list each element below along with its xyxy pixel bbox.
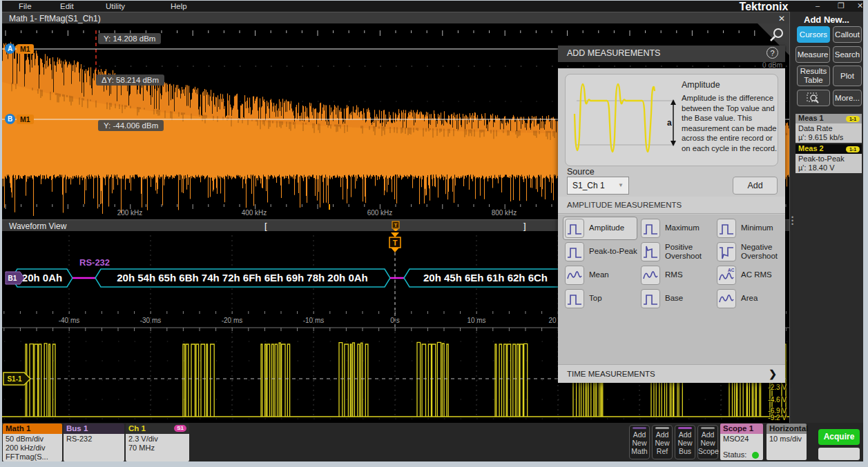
- horizontal-badge[interactable]: Horizontal 10 ms/div: [766, 424, 807, 460]
- measurement-grid: AmplitudeMaximumMinimumPeak-to-PeakPosit…: [558, 215, 785, 364]
- pulse-icon: [642, 219, 659, 237]
- measurement-label: Maximum: [665, 223, 717, 232]
- dialog-titlebar[interactable]: ADD MEASUREMENTS ?: [558, 46, 785, 62]
- bus-badge[interactable]: B1: [6, 272, 24, 284]
- preview-description: Amplitude is the difference between the …: [682, 93, 778, 154]
- sine-icon: [566, 266, 584, 284]
- amplitude-preview-graphic: a: [571, 76, 682, 166]
- bus1-badge[interactable]: Bus 1 RS-232: [64, 424, 124, 461]
- horizontal-name: Horizontal: [766, 424, 807, 434]
- decode-frame-2: 20h 54h 65h 6Bh 74h 72h 6Fh 6Eh 69h 78h …: [117, 272, 367, 284]
- measurement-button-base[interactable]: [641, 289, 660, 308]
- scope1-badge[interactable]: Scope 1 MSO24 Status:: [720, 424, 763, 460]
- sidebar-button-search[interactable]: Search: [833, 46, 862, 63]
- zoom-select-icon: [807, 92, 820, 103]
- svg-text:T: T: [394, 222, 398, 228]
- help-icon[interactable]: ?: [766, 47, 778, 59]
- add-new-scope-button[interactable]: AddNewScope: [697, 425, 718, 459]
- add-new-bus-button[interactable]: AddNewBus: [675, 425, 695, 459]
- add-new-ref-button[interactable]: AddNewRef: [652, 425, 673, 459]
- voltage-label-1: -2.3 V: [759, 384, 787, 391]
- measurement-button-rms[interactable]: [641, 266, 660, 285]
- meas2-value: µ': 18.40 V: [798, 163, 859, 172]
- sidebar-button-more[interactable]: More...: [833, 90, 862, 106]
- sidebar-button-zoom[interactable]: [797, 90, 830, 106]
- cursor-a-circle: A: [5, 43, 15, 54]
- fft-axis-600khz: 600 kHz: [367, 209, 393, 217]
- measurement-label: Negative Overshoot: [741, 243, 793, 261]
- measurement-button-mean[interactable]: [565, 266, 584, 285]
- pulse-icon: [566, 219, 584, 237]
- sidebar-button-measure[interactable]: Measure: [795, 46, 830, 63]
- measurement-button-ac-rms[interactable]: AC: [717, 266, 736, 285]
- measurement-preview: a Amplitude Amplitude is the difference …: [565, 74, 778, 166]
- cursor-a-badge[interactable]: A M1: [5, 43, 34, 54]
- sidebar-button-callout[interactable]: Callout: [833, 26, 862, 43]
- scope1-model: MSO24: [723, 435, 760, 444]
- close-icon[interactable]: ✕: [857, 1, 863, 10]
- time-axis-m30: -30 ms: [140, 317, 162, 324]
- measurement-label: AC RMS: [741, 270, 793, 279]
- menu-edit[interactable]: Edit: [60, 2, 74, 10]
- measurement-label: Area: [741, 294, 793, 303]
- measurement-label: Amplitude: [589, 223, 642, 232]
- ch1-s1-pill: S1: [174, 425, 186, 432]
- zoom-bracket-right[interactable]: ]: [523, 221, 526, 231]
- meas1-name: Meas 1: [798, 114, 824, 122]
- sidebar-button-results-table[interactable]: Results Table: [797, 66, 830, 86]
- cursor-b-readout: Y: -44.006 dBm: [98, 120, 164, 131]
- dropdown-caret-icon: ▼: [618, 177, 624, 194]
- source-label: Source: [567, 167, 595, 177]
- cursor-delta-readout: ΔY: 58.214 dBm: [96, 74, 164, 86]
- measurement-button-minimum[interactable]: [717, 219, 736, 238]
- ch1-badge[interactable]: Ch 1 S1 2.3 V/div 70 MHz: [126, 424, 189, 461]
- measurement-button-negative-overshoot[interactable]: [717, 242, 736, 261]
- sidebar-button-plot[interactable]: Plot: [833, 66, 862, 86]
- math1-func: FFTmag(S...: [6, 453, 59, 461]
- trigger-marker[interactable]: T: [389, 232, 401, 328]
- fft-view-title: Math 1- FftMag(S1_Ch1): [9, 14, 101, 23]
- voltage-label-2: -4.6 V: [759, 396, 787, 404]
- menu-file[interactable]: File: [19, 2, 32, 10]
- fft-axis-800khz: 800 kHz: [492, 209, 517, 217]
- acquire-button[interactable]: Acquire: [818, 429, 860, 445]
- add-new-math-button[interactable]: AddNewMath: [629, 425, 650, 459]
- measurement-button-maximum[interactable]: [641, 219, 660, 238]
- measurement-label: Positive Overshoot: [665, 243, 717, 261]
- meas1-pill: 1-1: [846, 116, 860, 122]
- time-section-header[interactable]: TIME MEASUREMENTS ❯: [558, 364, 785, 383]
- measurement-button-amplitude[interactable]: [565, 219, 584, 238]
- zoom-bracket-left[interactable]: [: [264, 221, 267, 231]
- add-measurement-button[interactable]: Add: [733, 177, 778, 195]
- ch1-name: Ch 1 S1: [126, 424, 189, 434]
- time-axis-10: 10 ms: [467, 317, 485, 324]
- restore-icon[interactable]: ❐: [838, 1, 845, 10]
- fft-view-close-icon[interactable]: ✕: [778, 14, 785, 23]
- fft-axis-200khz: 200 kHz: [117, 209, 143, 217]
- measurement-button-positive-overshoot[interactable]: [641, 242, 660, 261]
- measurement-button-top[interactable]: [565, 289, 584, 308]
- preview-name: Amplitude: [682, 80, 720, 90]
- meas1-card[interactable]: Meas 1 1-1 Data Rate µ': 9.615 kb/s: [795, 114, 862, 143]
- measurement-label: RMS: [665, 270, 717, 279]
- menu-help[interactable]: Help: [171, 2, 187, 10]
- source-value: S1_Ch 1: [572, 181, 605, 190]
- trigger-strip-icon[interactable]: T: [391, 221, 401, 232]
- svg-text:B1: B1: [8, 275, 17, 282]
- measurement-button-peak-to-peak[interactable]: [565, 242, 584, 261]
- menu-bar: File Edit Utility Help Tektronix – ❐ ✕: [2, 1, 863, 12]
- decode-frame-1: 20h 0Ah: [22, 272, 62, 284]
- ch1-bw: 70 MHz: [128, 444, 186, 453]
- meas2-card[interactable]: Meas 2 1-1 Peak-to-Peak µ': 18.40 V: [795, 144, 862, 173]
- meas2-pill: 1-1: [846, 146, 860, 152]
- tekscope-window: File Edit Utility Help Tektronix – ❐ ✕ M…: [0, 0, 868, 467]
- math1-badge[interactable]: Math 1 50 dBm/div 200 kHz/div FFTmag(S..…: [3, 424, 62, 461]
- cursor-b-badge[interactable]: B M1: [5, 114, 34, 124]
- pulse-icon: [566, 290, 584, 308]
- minimize-icon[interactable]: –: [816, 1, 820, 10]
- source-dropdown[interactable]: S1_Ch 1 ▼: [567, 177, 629, 195]
- measurement-button-area[interactable]: [717, 289, 736, 308]
- sidebar-button-cursors[interactable]: Cursors: [797, 26, 830, 43]
- menu-utility[interactable]: Utility: [106, 2, 125, 10]
- sine-icon: [717, 290, 735, 308]
